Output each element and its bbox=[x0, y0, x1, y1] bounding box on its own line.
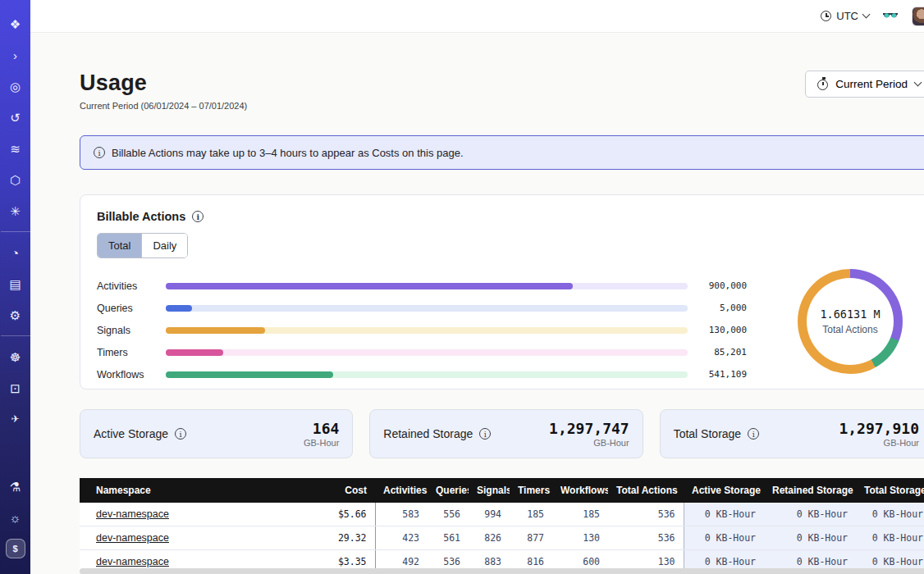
col-total-storage[interactable]: Total Storage bbox=[856, 478, 924, 503]
info-icon[interactable] bbox=[479, 428, 491, 440]
bar-track bbox=[166, 305, 688, 312]
bar-fill bbox=[166, 305, 192, 312]
bar-fill bbox=[166, 349, 223, 356]
namespaces-icon[interactable]: ◎ bbox=[6, 76, 25, 96]
avatar[interactable] bbox=[912, 7, 924, 26]
retained-storage-unit: GB-Hour bbox=[549, 438, 629, 448]
info-icon[interactable] bbox=[748, 428, 759, 440]
retained-storage-card: Retained Storage 1,297,747 GB-Hour bbox=[369, 409, 643, 458]
sidebar: ❖ › ◎ ↺ ≋ ⬡ ✳ ◔ ▤ ⚙ ☸ ⊡ ✈ ⚗ ☼ $ bbox=[0, 0, 30, 574]
cell-timers: 185 bbox=[510, 503, 552, 526]
info-icon bbox=[94, 147, 105, 158]
billing-card-icon[interactable]: ▤ bbox=[6, 274, 25, 294]
billable-actions-card: Billable Actions Total Daily Activities … bbox=[80, 194, 924, 390]
bar-fill bbox=[166, 283, 573, 289]
col-workflows[interactable]: Workflows bbox=[552, 478, 608, 503]
usage-bar-row: Timers 85,201 bbox=[97, 341, 747, 363]
col-total-actions[interactable]: Total Actions bbox=[608, 478, 684, 503]
total-storage-unit: GB-Hour bbox=[839, 438, 919, 448]
active-storage-card: Active Storage 164 GB-Hour bbox=[80, 409, 353, 458]
active-storage-unit: GB-Hour bbox=[304, 438, 339, 448]
topbar: UTC bbox=[30, 0, 924, 33]
cell-active-storage: 0 KB-Hour bbox=[684, 526, 764, 550]
col-active-storage[interactable]: Active Storage bbox=[684, 478, 764, 503]
active-storage-label: Active Storage bbox=[94, 427, 168, 440]
bar-fill bbox=[166, 371, 333, 378]
period-dropdown-button[interactable]: Current Period bbox=[805, 71, 924, 98]
cube-icon[interactable]: ⬡ bbox=[6, 170, 25, 189]
main-area: UTC Usage Current Period (06/01/2024 – 0… bbox=[30, 0, 924, 574]
goggles-icon[interactable] bbox=[882, 9, 899, 24]
page-content: Usage Current Period (06/01/2024 – 07/01… bbox=[30, 33, 924, 574]
banner-text: Billable Actions may take up to 3–4 hour… bbox=[112, 147, 464, 159]
cell-retained-storage: 0 KB-Hour bbox=[764, 503, 856, 526]
bar-label: Timers bbox=[97, 347, 166, 358]
timezone-selector[interactable]: UTC bbox=[821, 10, 869, 22]
chevron-down-icon bbox=[914, 79, 922, 87]
cell-activities: 583 bbox=[375, 503, 428, 526]
col-activities[interactable]: Activities bbox=[375, 478, 428, 503]
namespace-usage-table: Namespace Cost Activities Queries Signal… bbox=[80, 478, 924, 574]
cell-activities: 423 bbox=[375, 526, 428, 550]
total-actions-donut: 1.66131 M Total Actions bbox=[798, 269, 903, 374]
cell-total-actions: 536 bbox=[608, 526, 684, 550]
total-daily-toggle: Total Daily bbox=[97, 233, 188, 258]
col-queries[interactable]: Queries bbox=[428, 478, 469, 503]
cell-total-storage: 0 KB-Hour bbox=[856, 526, 924, 550]
namespace-link[interactable]: dev-namespace bbox=[96, 508, 169, 520]
total-actions-value: 1.66131 M bbox=[820, 308, 880, 321]
info-icon[interactable] bbox=[192, 211, 204, 222]
bar-value: 5,000 bbox=[688, 303, 747, 313]
col-namespace[interactable]: Namespace bbox=[80, 478, 303, 503]
tab-daily[interactable]: Daily bbox=[141, 234, 187, 257]
cell-signals: 994 bbox=[469, 503, 510, 526]
cell-active-storage: 0 KB-Hour bbox=[684, 503, 764, 526]
cell-cost: $5.66 bbox=[303, 503, 375, 526]
col-timers[interactable]: Timers bbox=[510, 478, 552, 503]
namespace-link[interactable]: dev-namespace bbox=[96, 532, 169, 544]
cost-dollar-icon[interactable]: $ bbox=[6, 539, 25, 558]
bar-value: 900,000 bbox=[688, 280, 747, 291]
horizontal-scrollbar[interactable] bbox=[80, 568, 924, 574]
bar-fill bbox=[166, 327, 265, 334]
info-icon[interactable] bbox=[175, 428, 186, 440]
col-retained-storage[interactable]: Retained Storage bbox=[764, 478, 856, 503]
cell-total-actions: 536 bbox=[608, 503, 684, 526]
billable-bar-chart: Activities 900,000 Queries 5,000 Signals… bbox=[97, 275, 747, 385]
total-actions-label: Total Actions bbox=[822, 324, 877, 335]
bar-track bbox=[166, 349, 688, 356]
sidebar-divider bbox=[1, 335, 30, 336]
tab-total[interactable]: Total bbox=[98, 234, 141, 257]
bar-label: Queries bbox=[97, 303, 166, 314]
active-storage-value: 164 bbox=[304, 420, 339, 437]
theme-sun-icon[interactable]: ☼ bbox=[6, 508, 25, 527]
cell-timers: 877 bbox=[510, 526, 552, 550]
rocket-icon[interactable]: ✈ bbox=[6, 409, 25, 429]
bar-value: 130,000 bbox=[688, 325, 747, 335]
labs-flask-icon[interactable]: ⚗ bbox=[6, 476, 25, 496]
cell-signals: 826 bbox=[469, 526, 510, 550]
asterisk-icon[interactable]: ✳ bbox=[6, 201, 25, 221]
bar-track bbox=[166, 371, 688, 378]
usage-bar-row: Workflows 541,109 bbox=[97, 363, 747, 385]
table-row: dev-namespace 29.32 423 561 826 877 130 … bbox=[80, 526, 924, 550]
support-lifebuoy-icon[interactable]: ☸ bbox=[6, 347, 25, 367]
usage-gauge-icon[interactable]: ◔ bbox=[6, 243, 25, 262]
chevron-down-icon bbox=[862, 11, 871, 19]
expand-chevron-icon[interactable]: › bbox=[6, 45, 25, 65]
namespace-link[interactable]: dev-namespace bbox=[96, 556, 169, 567]
table-header-row: Namespace Cost Activities Queries Signal… bbox=[80, 478, 924, 503]
settings-gear-icon[interactable]: ⚙ bbox=[6, 305, 25, 325]
usage-bar-row: Queries 5,000 bbox=[97, 297, 747, 319]
page-title: Usage bbox=[80, 71, 247, 96]
col-signals[interactable]: Signals bbox=[469, 478, 510, 503]
history-icon[interactable]: ↺ bbox=[6, 107, 25, 127]
feedback-monitor-icon[interactable]: ⊡ bbox=[6, 378, 25, 398]
layers-icon[interactable]: ≋ bbox=[6, 139, 25, 158]
info-banner: Billable Actions may take up to 3–4 hour… bbox=[80, 135, 924, 170]
col-cost[interactable]: Cost bbox=[303, 478, 375, 503]
temporal-logo[interactable]: ❖ bbox=[6, 14, 25, 34]
retained-storage-value: 1,297,747 bbox=[549, 420, 629, 437]
retained-storage-label: Retained Storage bbox=[383, 427, 473, 440]
cell-cost: 29.32 bbox=[303, 526, 375, 550]
